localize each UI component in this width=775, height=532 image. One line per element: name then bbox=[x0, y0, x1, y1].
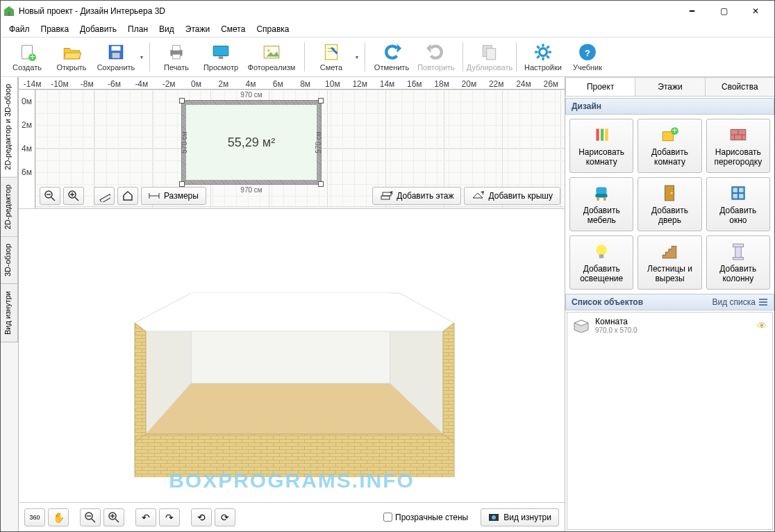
visibility-icon[interactable]: 👁 bbox=[757, 320, 767, 331]
tb-undo[interactable]: Отменить bbox=[371, 39, 412, 75]
plan-toolbar: Размеры +Добавить этаж +Добавить крышу bbox=[40, 186, 560, 206]
object-item[interactable]: Комната970.0 x 570.0👁 bbox=[567, 313, 772, 338]
svg-rect-74 bbox=[597, 128, 599, 140]
transparent-walls-checkbox[interactable] bbox=[383, 513, 392, 522]
menu-Правка[interactable]: Правка bbox=[35, 23, 75, 35]
design-stairs[interactable]: Лестницы ивырезы bbox=[638, 235, 701, 290]
rtab-Этажи[interactable]: Этажи bbox=[635, 77, 705, 96]
svg-rect-7 bbox=[112, 53, 120, 58]
object-list-header: Список объектов Вид списка bbox=[565, 294, 774, 310]
design-door[interactable]: Добавитьдверь bbox=[638, 177, 701, 231]
zoom-in-button[interactable] bbox=[63, 187, 84, 205]
rtab-Свойства[interactable]: Свойства bbox=[705, 77, 775, 96]
svg-rect-88 bbox=[603, 197, 606, 200]
svg-line-31 bbox=[547, 46, 549, 48]
svg-rect-12 bbox=[219, 56, 223, 58]
design-bricks[interactable]: Нарисоватьперегородку bbox=[706, 119, 770, 173]
ruler-horizontal: -14м-10м-8м-6м-4м-2м0м2м4м6м8м10м12м14м1… bbox=[19, 77, 565, 90]
right-tabs: ПроектЭтажиСвойства bbox=[565, 77, 774, 97]
menu-Добавить[interactable]: Добавить bbox=[74, 23, 122, 35]
minimize-button[interactable]: ━ bbox=[676, 1, 708, 22]
pan-button[interactable]: ✋ bbox=[48, 508, 69, 526]
design-bulb[interactable]: Добавитьосвещение bbox=[569, 235, 633, 290]
app-icon bbox=[3, 6, 15, 17]
tilt-up-button[interactable]: ⟲ bbox=[191, 508, 212, 526]
add-floor-button[interactable]: +Добавить этаж bbox=[372, 187, 461, 205]
menu-Вид[interactable]: Вид bbox=[153, 23, 180, 35]
svg-line-28 bbox=[537, 46, 539, 48]
svg-rect-98 bbox=[733, 258, 743, 260]
tb-help[interactable]: ?Учебник bbox=[567, 39, 608, 75]
tb-file-new[interactable]: +Создать bbox=[6, 39, 48, 75]
design-add-shape[interactable]: +Добавитькомнату bbox=[638, 119, 701, 173]
menu-Справка[interactable]: Справка bbox=[251, 23, 294, 35]
vtab-0[interactable]: 2D-редактор и 3D-обзор bbox=[1, 77, 18, 178]
tb-monitor[interactable]: Просмотр bbox=[200, 39, 242, 75]
svg-rect-41 bbox=[100, 194, 110, 202]
svg-text:+: + bbox=[390, 191, 392, 197]
svg-line-30 bbox=[537, 56, 539, 58]
tb-gear[interactable]: Настройки bbox=[522, 39, 564, 75]
tb-photo[interactable]: Фотореализм bbox=[244, 39, 299, 75]
svg-marker-42 bbox=[124, 192, 132, 200]
view-3d[interactable]: BOXPROGRAMS.INFO bbox=[19, 209, 565, 502]
svg-rect-101 bbox=[759, 304, 767, 306]
object-list: Комната970.0 x 570.0👁 bbox=[567, 312, 773, 530]
transparent-walls-check[interactable]: Прозрачные стены bbox=[383, 513, 468, 522]
dimensions-button[interactable]: Размеры bbox=[141, 187, 206, 205]
add-roof-button[interactable]: +Добавить крышу bbox=[464, 187, 560, 205]
window-title: Новый проект - Дизайн Интерьера 3D bbox=[19, 6, 676, 16]
svg-rect-22 bbox=[487, 49, 496, 60]
svg-marker-56 bbox=[191, 293, 390, 302]
svg-text:?: ? bbox=[585, 48, 590, 58]
svg-rect-6 bbox=[112, 46, 121, 50]
svg-marker-20 bbox=[426, 44, 431, 53]
tb-printer[interactable]: Печать bbox=[156, 39, 197, 75]
room-plan[interactable]: 970 см 970 см 570 см 570 см 55,29 м² bbox=[182, 101, 321, 184]
zoom3d-in-button[interactable] bbox=[103, 508, 124, 526]
vtab-2[interactable]: 3D-обзор bbox=[1, 237, 18, 284]
orbit-right-button[interactable]: ↷ bbox=[159, 508, 180, 526]
ruler-button[interactable] bbox=[94, 187, 115, 205]
svg-line-35 bbox=[51, 197, 55, 201]
design-chair[interactable]: Добавитьмебель bbox=[569, 177, 633, 231]
tilt-down-button[interactable]: ⟳ bbox=[215, 508, 235, 526]
design-column[interactable]: Добавитьколонну bbox=[706, 235, 770, 290]
zoom-out-button[interactable] bbox=[40, 187, 60, 205]
svg-rect-46 bbox=[381, 196, 390, 199]
inside-view-button[interactable]: Вид изнутри bbox=[481, 508, 559, 526]
tb-save-dropdown[interactable]: ▾ bbox=[138, 54, 145, 60]
tb-notepad-dropdown[interactable]: ▾ bbox=[353, 54, 360, 60]
svg-point-94 bbox=[597, 244, 607, 255]
maximize-button[interactable]: ▢ bbox=[708, 1, 740, 22]
svg-rect-97 bbox=[733, 244, 743, 247]
design-pencils[interactable]: Нарисоватькомнату bbox=[569, 119, 633, 173]
rtab-Проект[interactable]: Проект bbox=[565, 77, 635, 96]
view-tabs: 2D-редактор и 3D-обзор2D-редактор3D-обзо… bbox=[1, 77, 19, 531]
svg-rect-76 bbox=[606, 128, 608, 140]
titlebar: Новый проект - Дизайн Интерьера 3D ━ ▢ ✕ bbox=[1, 1, 774, 22]
plan-view-2d[interactable]: -14м-10м-8м-6м-4м-2м0м2м4м6м8м10м12м14м1… bbox=[19, 77, 565, 209]
home-button[interactable] bbox=[117, 187, 138, 205]
vtab-3[interactable]: Вид изнутри bbox=[1, 284, 18, 342]
right-panel: ПроектЭтажиСвойства Дизайн Нарисоватьком… bbox=[565, 77, 774, 531]
menu-Файл[interactable]: Файл bbox=[3, 23, 35, 35]
tb-save[interactable]: Сохранить bbox=[95, 39, 137, 75]
menu-План[interactable]: План bbox=[122, 23, 153, 35]
room-icon bbox=[573, 319, 590, 333]
zoom3d-out-button[interactable] bbox=[80, 508, 101, 526]
close-button[interactable]: ✕ bbox=[740, 1, 772, 22]
svg-text:+: + bbox=[481, 191, 484, 197]
room-3d[interactable] bbox=[104, 248, 479, 477]
menu-Смета[interactable]: Смета bbox=[215, 23, 251, 35]
tb-notepad[interactable]: Смета bbox=[310, 39, 352, 75]
design-window[interactable]: Добавитьокно bbox=[706, 177, 770, 231]
orbit-left-button[interactable]: ↶ bbox=[135, 508, 156, 526]
vtab-1[interactable]: 2D-редактор bbox=[1, 178, 18, 237]
rotate-360-button[interactable]: 360 bbox=[24, 508, 45, 526]
menu-Этажи[interactable]: Этажи bbox=[180, 23, 215, 35]
tb-folder-open[interactable]: Открыть bbox=[51, 39, 92, 75]
svg-text:+: + bbox=[672, 125, 678, 135]
list-view-toggle[interactable]: Вид списка bbox=[712, 297, 768, 307]
svg-line-66 bbox=[92, 519, 95, 522]
